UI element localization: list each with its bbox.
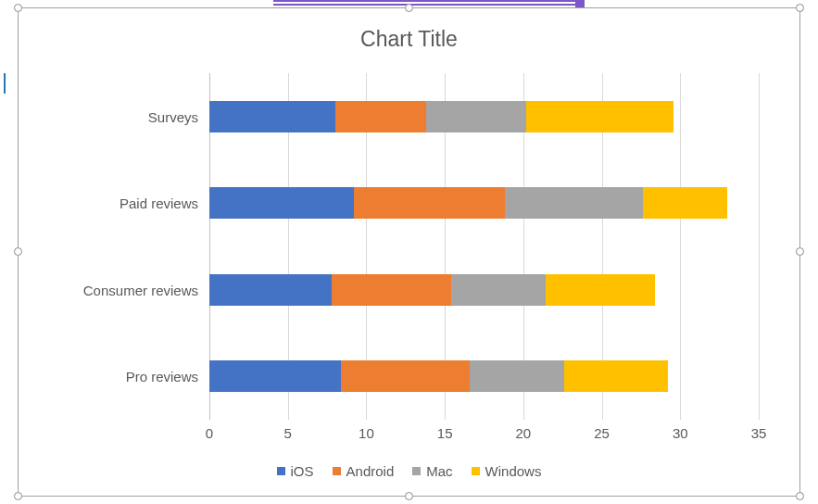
resize-handle-ml[interactable] — [14, 247, 22, 256]
value-axis-labels: 05101520253035 — [209, 425, 759, 446]
bar-segment-mac[interactable] — [426, 101, 526, 132]
x-tick-label: 25 — [594, 425, 610, 441]
source-range-marker — [273, 0, 584, 6]
bar-segment-mac[interactable] — [470, 360, 564, 392]
legend-item-android[interactable]: Android — [333, 463, 395, 479]
category-label: Consumer reviews — [83, 282, 198, 297]
bar-segment-ios[interactable] — [209, 101, 335, 132]
bar-row[interactable] — [209, 274, 759, 306]
category-axis-labels: Pro reviewsConsumer reviewsPaid reviewsS… — [70, 73, 198, 420]
cell-selection-edge — [0, 73, 6, 94]
legend-swatch — [412, 467, 421, 475]
x-tick-label: 5 — [284, 425, 292, 441]
bar-segment-windows[interactable] — [546, 274, 656, 306]
resize-handle-bl[interactable] — [14, 492, 22, 500]
x-tick-label: 0 — [206, 425, 213, 441]
legend-item-windows[interactable]: Windows — [472, 463, 542, 479]
bar-segment-android[interactable] — [341, 360, 470, 392]
resize-handle-mr[interactable] — [796, 247, 804, 256]
legend-swatch — [472, 467, 480, 475]
x-tick-label: 30 — [673, 425, 688, 441]
chart-object[interactable]: Chart Title Pro reviewsConsumer reviewsP… — [18, 7, 800, 497]
gridline — [759, 73, 760, 420]
x-tick-label: 20 — [516, 425, 532, 441]
x-tick-label: 15 — [437, 425, 453, 441]
bar-segment-ios[interactable] — [209, 360, 341, 392]
x-tick-label: 10 — [359, 425, 374, 441]
chart-area[interactable]: Chart Title Pro reviewsConsumer reviewsP… — [24, 14, 794, 490]
category-label: Surveys — [148, 108, 198, 124]
resize-handle-br[interactable] — [796, 492, 804, 500]
bar-segment-android[interactable] — [332, 274, 451, 306]
bar-segment-android[interactable] — [354, 187, 505, 219]
chart-title[interactable]: Chart Title — [24, 27, 794, 52]
bar-segment-ios[interactable] — [209, 274, 332, 306]
legend-swatch — [333, 467, 341, 475]
bar-segment-windows[interactable] — [643, 187, 727, 219]
legend-label: Android — [346, 463, 395, 479]
category-label: Paid reviews — [120, 195, 198, 211]
legend-label: Windows — [485, 463, 542, 479]
legend[interactable]: iOSAndroidMacWindows — [24, 463, 794, 479]
bar-segment-mac[interactable] — [451, 274, 546, 306]
resize-handle-tm[interactable] — [405, 4, 413, 12]
bar-segment-ios[interactable] — [209, 187, 354, 219]
bar-segment-android[interactable] — [335, 101, 426, 132]
resize-handle-tr[interactable] — [796, 4, 804, 12]
plot-area[interactable]: Pro reviewsConsumer reviewsPaid reviewsS… — [70, 73, 768, 420]
resize-handle-tl[interactable] — [14, 4, 22, 12]
legend-swatch — [277, 467, 285, 475]
legend-label: iOS — [291, 463, 314, 479]
bar-row[interactable] — [209, 101, 759, 132]
bar-row[interactable] — [209, 360, 759, 392]
category-label: Pro reviews — [126, 369, 198, 384]
bar-segment-windows[interactable] — [526, 101, 673, 132]
legend-item-ios[interactable]: iOS — [277, 463, 314, 479]
legend-item-mac[interactable]: Mac — [412, 463, 452, 479]
bars-region — [209, 73, 759, 420]
legend-label: Mac — [426, 463, 452, 479]
bar-segment-mac[interactable] — [505, 187, 643, 219]
resize-handle-bm[interactable] — [405, 492, 413, 500]
x-tick-label: 35 — [751, 425, 767, 441]
bar-row[interactable] — [209, 187, 759, 219]
bar-segment-windows[interactable] — [564, 360, 668, 392]
